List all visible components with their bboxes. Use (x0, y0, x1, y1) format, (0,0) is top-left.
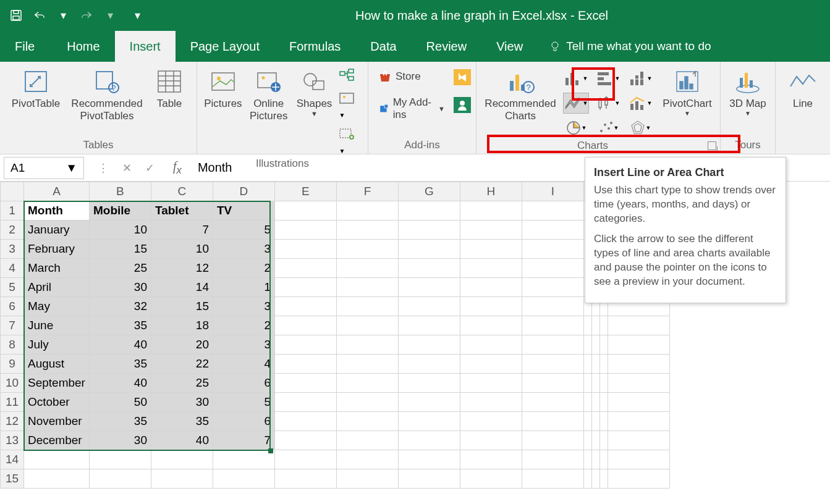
cell[interactable]: Mobile (89, 201, 151, 220)
cell[interactable] (24, 450, 90, 469)
cell[interactable] (398, 355, 460, 374)
cell[interactable]: 10 (151, 240, 213, 259)
cell[interactable]: 40 (151, 431, 213, 450)
cell[interactable]: 1 (213, 278, 274, 297)
cell[interactable] (274, 316, 336, 335)
cell[interactable]: 3 (213, 240, 274, 259)
cell[interactable] (274, 259, 336, 278)
cell[interactable] (274, 278, 336, 297)
cell[interactable] (460, 297, 522, 316)
cell[interactable] (591, 469, 599, 489)
cell[interactable] (336, 335, 398, 355)
cell[interactable]: 10 (89, 220, 151, 240)
column-header[interactable]: E (274, 182, 336, 201)
scatter-chart-button[interactable]: ▼ (595, 117, 621, 138)
chevron-down-icon[interactable]: ▾ (57, 9, 69, 22)
cell[interactable] (608, 469, 669, 489)
cell[interactable] (599, 412, 608, 431)
cell[interactable] (460, 201, 522, 220)
treemap-chart-button[interactable]: ▼ (627, 68, 653, 89)
cell[interactable] (398, 393, 460, 412)
tab-formulas[interactable]: Formulas (274, 31, 355, 62)
cell[interactable] (336, 201, 398, 220)
cell[interactable] (398, 335, 460, 355)
tab-home[interactable]: Home (52, 31, 114, 62)
cell[interactable] (608, 412, 669, 431)
cell[interactable] (274, 450, 336, 469)
cell[interactable] (599, 335, 608, 355)
cell[interactable]: 30 (151, 393, 213, 412)
cell[interactable] (213, 469, 274, 489)
cell[interactable] (398, 240, 460, 259)
cell[interactable] (608, 374, 669, 393)
column-header[interactable]: C (151, 182, 213, 201)
cell[interactable]: 35 (89, 412, 151, 431)
cell[interactable] (522, 278, 583, 297)
column-header[interactable]: H (460, 182, 522, 201)
cell[interactable] (398, 431, 460, 450)
3d-map-button[interactable]: 3D Map ▼ (726, 64, 770, 117)
row-header[interactable]: 14 (1, 450, 24, 469)
cell[interactable]: 15 (89, 240, 151, 259)
tab-view[interactable]: View (481, 31, 538, 62)
cell[interactable] (599, 316, 608, 335)
redo-icon[interactable] (80, 9, 93, 22)
row-header[interactable]: 12 (1, 412, 24, 431)
pivottable-button[interactable]: PivotTable (5, 64, 67, 110)
cell[interactable] (274, 201, 336, 220)
cell[interactable]: April (24, 278, 90, 297)
cell[interactable] (460, 393, 522, 412)
cell[interactable] (591, 374, 599, 393)
tab-file[interactable]: File (10, 31, 52, 62)
cell[interactable] (336, 297, 398, 316)
save-icon[interactable] (10, 9, 22, 22)
column-header[interactable]: G (398, 182, 460, 201)
cell[interactable]: TV (213, 201, 274, 220)
cell[interactable] (522, 355, 583, 374)
cell[interactable] (599, 355, 608, 374)
pie-chart-button[interactable]: ▼ (563, 117, 589, 138)
people-graph-button[interactable] (454, 97, 471, 116)
cell[interactable]: 35 (151, 412, 213, 431)
cell[interactable] (522, 201, 583, 220)
sparkline-line-button[interactable]: Line (781, 64, 825, 110)
cell[interactable] (398, 450, 460, 469)
cell[interactable] (460, 316, 522, 335)
cell[interactable]: October (24, 393, 90, 412)
row-header[interactable]: 13 (1, 431, 24, 450)
name-box[interactable]: A1 ▼ (4, 157, 84, 179)
cell[interactable]: 40 (89, 374, 151, 393)
cell[interactable] (460, 335, 522, 355)
tab-insert[interactable]: Insert (115, 31, 176, 62)
cell[interactable]: March (24, 259, 90, 278)
cell[interactable] (398, 259, 460, 278)
my-addins-button[interactable]: My Add-ins ▼ (376, 95, 447, 122)
cell[interactable]: June (24, 316, 90, 335)
cell[interactable]: February (24, 240, 90, 259)
cell[interactable]: 40 (89, 335, 151, 355)
row-header[interactable]: 6 (1, 297, 24, 316)
cell[interactable] (599, 431, 608, 450)
charts-dialog-launcher[interactable] (708, 141, 716, 150)
cell[interactable] (274, 412, 336, 431)
column-header[interactable]: D (213, 182, 274, 201)
cell[interactable] (591, 355, 599, 374)
row-header[interactable]: 8 (1, 335, 24, 355)
row-header[interactable]: 10 (1, 374, 24, 393)
cell[interactable] (460, 412, 522, 431)
cell[interactable] (460, 469, 522, 489)
cell[interactable] (274, 393, 336, 412)
cell[interactable] (89, 469, 151, 489)
cell[interactable]: December (24, 431, 90, 450)
cell[interactable]: 14 (151, 278, 213, 297)
cell[interactable] (599, 450, 608, 469)
cell[interactable]: January (24, 220, 90, 240)
pictures-button[interactable]: Pictures (202, 64, 244, 110)
cell[interactable] (599, 393, 608, 412)
cell[interactable] (608, 450, 669, 469)
cell[interactable] (336, 469, 398, 489)
tell-me-search[interactable]: Tell me what you want to do (549, 40, 711, 53)
cell[interactable] (460, 450, 522, 469)
cell[interactable]: Month (24, 201, 90, 220)
cell[interactable] (398, 278, 460, 297)
